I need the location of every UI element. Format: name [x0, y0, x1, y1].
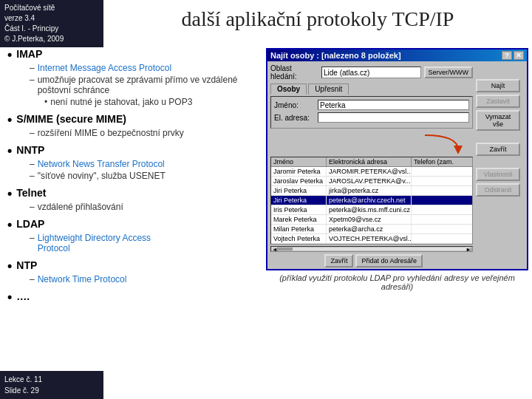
right-buttons: Najít Zastavit Vymazat vše Zavřít Vlastn…	[476, 64, 524, 267]
scroll-right-arrow[interactable]: ►	[466, 247, 471, 251]
telnet-sublist: – vzdálené přihlašování	[30, 202, 262, 212]
odstranit-button[interactable]: Odstranit	[476, 183, 520, 197]
horizontal-scrollbar[interactable]: ◄ ►	[270, 246, 473, 252]
imap-desc: umožňuje pracovat se zprávami přímo ve v…	[38, 75, 262, 95]
table-row[interactable]: Iris Peterka peterka@kis.ms.mff.cuni.cz	[271, 205, 472, 215]
smime-sublist: – rozšíření MIME o bezpečnostní prvky	[30, 128, 262, 138]
info-box: Počítačové sítě verze 3.4 Část I. - Prin…	[0, 0, 103, 47]
dialog-left: Oblast hledání: Lide (atlas.cz) Server/W…	[270, 64, 473, 267]
bullet-dot: •	[7, 48, 12, 61]
arrow-area	[270, 132, 473, 155]
imap-subsub: • není nutné je stahovat, jako u POP3	[44, 97, 262, 107]
table-row-selected[interactable]: Jiri Peterka peterka@archiv.czech.net	[271, 196, 472, 205]
table-row[interactable]: Jaroslav Peterka JAROSLAV.PETERKA@v...	[271, 177, 472, 186]
help-button[interactable]: ?	[502, 51, 512, 60]
info-line2: verze 3.4	[4, 13, 99, 24]
vymazat-vse-button[interactable]: Vymazat vše	[476, 110, 520, 131]
search-area: Oblast hledání: Lide (atlas.cz) Server/W…	[270, 64, 473, 81]
table-row[interactable]: Vojtech Peterka VOJTECH.PETERKA@vsl...	[271, 234, 472, 244]
dialog-body: Oblast hledání: Lide (atlas.cz) Server/W…	[267, 61, 527, 269]
jmeno-input[interactable]	[318, 100, 469, 110]
imap-note: není nutné je stahovat, jako u POP3	[50, 97, 192, 107]
dialog-caption: (příklad využití protokolu LDAP pro vyhl…	[266, 273, 528, 291]
server-www-button[interactable]: Server/WWW	[424, 66, 474, 78]
bullet-smime: • S/MIME (secure MIME) – rozšíření MIME …	[7, 113, 262, 138]
ldap-protocol-name: Lightweight Directory AccessProtocol	[38, 233, 151, 253]
vlastnosti-button[interactable]: Vlastnosti	[476, 168, 520, 181]
bullet-ntp-label: • NTP	[7, 259, 262, 273]
bullet-imap-label: • IMAP	[7, 48, 262, 61]
bottom-line2: Slide č. 29	[4, 385, 99, 396]
imap-sub-2: – umožňuje pracovat se zprávami přímo ve…	[30, 75, 262, 95]
bullet-ntp: • NTP – Network Time Protocol	[7, 259, 262, 284]
results-table: Jméno Elektronická adresa Telefon (zam. …	[270, 157, 473, 245]
najit-button[interactable]: Najít	[476, 79, 520, 92]
bullet-dot-6: •	[7, 259, 12, 273]
dialog-title: Najít osoby : [nalezeno 8 položek]	[270, 51, 401, 60]
ldap-sublist: – Lightweight Directory AccessProtocol	[30, 233, 262, 253]
bullet-dot-5: •	[7, 218, 12, 231]
scroll-left-arrow[interactable]: ◄	[272, 247, 278, 251]
bottom-bar: Lekce č. 11 Slide č. 29	[0, 371, 103, 399]
dialog-window: Najít osoby : [nalezeno 8 položek] ? ✕ O…	[266, 48, 528, 270]
dialog-titlebar: Najít osoby : [nalezeno 8 položek] ? ✕	[267, 50, 527, 61]
add-to-address-button[interactable]: Přidat do Adresáře	[355, 254, 423, 267]
ntp-protocol-name: Network Time Protocol	[38, 274, 127, 284]
col-jmeno: Jméno	[271, 157, 327, 166]
bullet-dot-7: •	[7, 290, 12, 304]
bullet-nntp: • NNTP – Network News Transfer Protocol …	[7, 144, 262, 181]
form-email: El. adresa:	[274, 112, 469, 123]
col-phone: Telefon (zam.	[412, 157, 460, 166]
table-row[interactable]: Milan Peterka peterka@archa.cz	[271, 225, 472, 234]
search-input[interactable]: Lide (atlas.cz)	[321, 66, 421, 78]
zavrith-button[interactable]: Zavřít	[476, 143, 520, 156]
email-label: El. adresa:	[274, 114, 315, 122]
info-line4: © J.Peterka, 2009	[4, 34, 99, 44]
close-dialog-button[interactable]: Zavřít	[324, 254, 353, 267]
bullet-more: • ….	[7, 290, 262, 304]
info-line1: Počítačové sítě	[4, 3, 99, 13]
col-email: Elektronická adresa	[327, 157, 412, 166]
bottom-action-row: Zavřít Přidat do Adresáře	[270, 254, 473, 267]
tab-osoby[interactable]: Osoby	[270, 83, 307, 95]
form-jmeno: Jméno:	[274, 100, 469, 110]
bullet-telnet-label: • Telnet	[7, 187, 262, 200]
ntp-sublist: – Network Time Protocol	[30, 274, 262, 284]
imap-protocol-name: Internet Message Access Protocol	[38, 63, 171, 73]
nntp-sublist: – Network News Transfer Protocol – "síťo…	[30, 159, 262, 181]
form-area: Jméno: El. adresa:	[270, 96, 473, 129]
smime-desc: rozšíření MIME o bezpečnostní prvky	[38, 128, 184, 138]
bullet-dot-3: •	[7, 144, 12, 157]
results-header: Jméno Elektronická adresa Telefon (zam.	[271, 157, 472, 167]
table-row[interactable]: Jiri Peterka jirka@peterka.cz	[271, 186, 472, 196]
info-line3: Část I. - Principy	[4, 24, 99, 34]
imap-sublist: – Internet Message Access Protocol – umo…	[30, 63, 262, 107]
tab-upresnit[interactable]: Upřesnit	[308, 83, 349, 95]
bullet-imap: • IMAP – Internet Message Access Protoco…	[7, 48, 262, 107]
dialog-container: Najít osoby : [nalezeno 8 položek] ? ✕ O…	[266, 48, 528, 291]
email-input[interactable]	[318, 112, 469, 123]
jmeno-label: Jméno:	[274, 101, 315, 109]
bullet-telnet: • Telnet – vzdálené přihlašování	[7, 187, 262, 212]
bottom-line1: Lekce č. 11	[4, 374, 99, 385]
bullet-ldap: • LDAP – Lightweight Directory AccessPro…	[7, 218, 262, 253]
table-row[interactable]: Jaromir Peterka JAROMIR.PETERKA@vsl...	[271, 167, 472, 177]
bullet-dot-4: •	[7, 187, 12, 200]
zastavit-button[interactable]: Zastavit	[476, 95, 520, 108]
bullet-smime-label: • S/MIME (secure MIME)	[7, 113, 262, 126]
bullet-dot-2: •	[7, 113, 12, 126]
scroll-track[interactable]	[278, 248, 466, 250]
telnet-desc: vzdálené přihlašování	[38, 202, 123, 212]
bullet-nntp-label: • NNTP	[7, 144, 262, 157]
search-area-label: Oblast hledání:	[270, 64, 318, 81]
nntp-protocol-name: Network News Transfer Protocol	[38, 159, 165, 169]
bullet-ldap-label: • LDAP	[7, 218, 262, 231]
scroll-thumb[interactable]	[278, 248, 293, 250]
imap-sub-1: – Internet Message Access Protocol	[30, 63, 262, 73]
page-title: další aplikační protokoly TCP/IP	[111, 7, 525, 31]
tabs-row: Osoby Upřesnit	[270, 83, 473, 95]
table-row[interactable]: Marek Peterka Xpetm09@vse.cz	[271, 215, 472, 225]
find-persons-dialog: Najít osoby : [nalezeno 8 položek] ? ✕ O…	[266, 48, 528, 270]
close-button[interactable]: ✕	[514, 51, 524, 60]
bullet-more-label: • ….	[7, 290, 262, 304]
